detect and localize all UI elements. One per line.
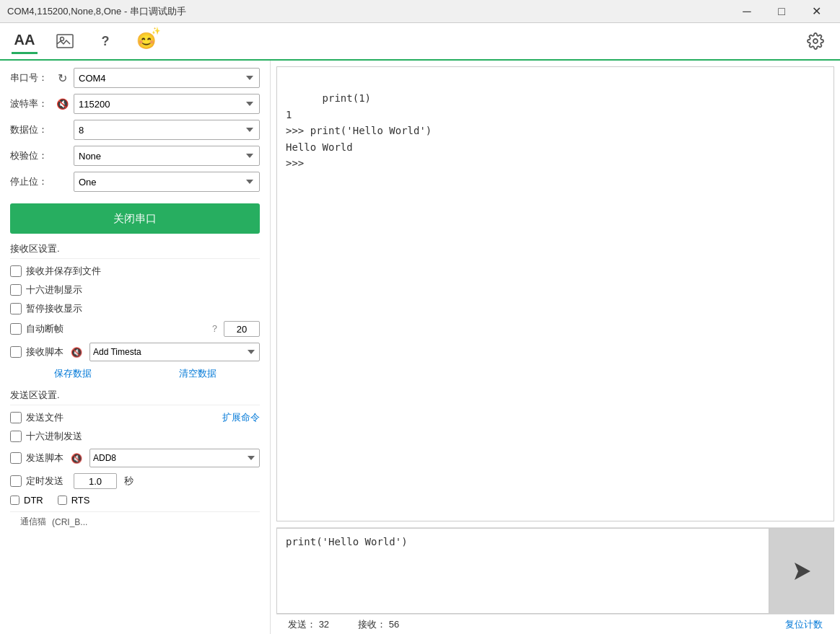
console-output: print(1) 1 >>> print('Hello World') Hell… [276,66,834,521]
svg-point-1 [61,38,64,41]
recv-save-row: 接收并保存到文件 [10,265,260,278]
recv-hex-checkbox[interactable] [10,284,22,296]
send-label: 发送： [288,619,316,630]
baud-row: 波特率： 🔇 115200 9600 19200 38400 57600 [10,94,260,114]
port-select[interactable]: COM4 COM1 COM2 COM3 COM5 [74,68,260,88]
stopbits-select[interactable]: One Two OnePointFive [74,172,260,192]
send-script-label[interactable]: 发送脚本 [26,452,64,465]
databits-label: 数据位： [10,123,53,136]
recv-settings-title: 接收区设置. [10,242,260,259]
recv-script-row: 接收脚本 🔇 Add Timesta None [10,343,260,361]
timer-input[interactable] [74,473,117,489]
svg-rect-0 [57,35,73,48]
send-file-row: 发送文件 扩展命令 [10,411,260,424]
auto-frame-row: 自动断帧 ？ [10,321,260,337]
recv-pause-row: 暂停接收显示 [10,302,260,315]
status-bar: 发送： 32 接收： 56 复位计数 [276,614,834,634]
reset-count-link[interactable]: 复位计数 [785,618,823,631]
help-icon[interactable]: ? [92,28,118,54]
save-data-link[interactable]: 保存数据 [54,367,92,380]
dtr-rts-row: DTR RTS [10,495,260,506]
auto-frame-help[interactable]: ？ [210,322,219,335]
baud-label: 波特率： [10,97,53,110]
send-script-checkbox[interactable] [10,452,22,464]
timer-unit-label: 秒 [124,475,134,488]
recv-count-label: 接收： 56 [358,618,399,631]
databits-row: 数据位： 8 5 6 7 [10,120,260,140]
image-icon[interactable] [52,28,78,54]
console-text: print(1) 1 >>> print('Hello World') Hell… [286,92,432,169]
rts-label[interactable]: RTS [71,495,90,506]
recv-save-checkbox[interactable] [10,265,22,277]
recv-script-mute-icon: 🔇 [71,347,82,358]
data-actions: 保存数据 清空数据 [10,367,260,380]
recv-script-checkbox[interactable] [10,346,22,358]
recv-hex-label[interactable]: 十六进制显示 [26,283,82,296]
baud-select[interactable]: 115200 9600 19200 38400 57600 [74,94,260,114]
clear-data-link[interactable]: 清空数据 [179,367,216,380]
recv-pause-checkbox[interactable] [10,303,22,314]
close-button[interactable]: ✕ [800,0,833,23]
send-textarea[interactable]: print('Hello World') [276,528,769,614]
mute-icon[interactable]: 🔇 [53,95,71,113]
parity-label: 校验位： [10,149,53,162]
rts-checkbox[interactable] [58,496,67,505]
send-settings-title: 发送区设置. [10,389,260,405]
send-button[interactable] [769,528,834,614]
bottom-hint-text2: (CRI_B... [52,517,87,527]
expand-cmd-link[interactable]: 扩展命令 [222,411,260,424]
recv-pause-label[interactable]: 暂停接收显示 [26,302,82,315]
send-file-checkbox[interactable] [10,412,22,423]
send-script-row: 发送脚本 🔇 ADD8 None [10,449,260,467]
maximize-button[interactable]: □ [765,0,798,23]
bottom-hint-row: 通信猫 (CRI_B... [10,511,260,532]
recv-script-select[interactable]: Add Timesta None [89,343,260,361]
auto-frame-input[interactable] [224,321,260,337]
bottom-hint-text: 通信猫 [20,516,46,528]
auto-frame-checkbox[interactable] [10,323,22,335]
dtr-checkbox[interactable] [10,496,19,505]
timer-send-checkbox[interactable] [10,475,22,487]
dtr-label[interactable]: DTR [24,495,43,506]
close-serial-button[interactable]: 关闭串口 [10,203,260,234]
font-icon[interactable]: AA [12,28,38,54]
timer-send-label[interactable]: 定时发送 [26,475,64,488]
recv-hex-row: 十六进制显示 [10,283,260,296]
send-area: print('Hello World') [276,527,834,614]
port-label: 串口号： [10,71,53,84]
right-panel: print(1) 1 >>> print('Hello World') Hell… [271,61,840,634]
send-file-label[interactable]: 发送文件 [26,411,64,424]
auto-frame-label[interactable]: 自动断帧 [26,322,64,335]
databits-select[interactable]: 8 5 6 7 [74,120,260,140]
refresh-icon[interactable]: ↻ [53,69,71,87]
recv-save-label[interactable]: 接收并保存到文件 [26,265,101,278]
parity-row: 校验位： None Odd Even Mark Space [10,146,260,166]
stopbits-row: 停止位： One Two OnePointFive [10,172,260,192]
send-hex-row: 十六进制发送 [10,430,260,443]
recv-script-label[interactable]: 接收脚本 [26,345,64,358]
port-row: 串口号： ↻ COM4 COM1 COM2 COM3 COM5 [10,68,260,88]
titlebar: COM4,115200,None,8,One - 串口调试助手 ─ □ ✕ [0,0,840,23]
window-controls: ─ □ ✕ [730,0,833,23]
send-hex-checkbox[interactable] [10,431,22,442]
left-panel: 串口号： ↻ COM4 COM1 COM2 COM3 COM5 波特率： 🔇 1… [0,61,271,634]
emoji-icon[interactable]: 😊 ✨ [133,28,159,54]
main-container: 串口号： ↻ COM4 COM1 COM2 COM3 COM5 波特率： 🔇 1… [0,61,840,634]
timer-send-row: 定时发送 秒 [10,473,260,489]
toolbar: AA ? 😊 ✨ [0,23,840,61]
send-script-select[interactable]: ADD8 None [89,449,260,467]
settings-icon[interactable] [802,28,828,54]
stopbits-label: 停止位： [10,175,53,188]
send-hex-label[interactable]: 十六进制发送 [26,430,82,443]
minimize-button[interactable]: ─ [730,0,764,23]
send-script-mute-icon: 🔇 [71,453,82,464]
send-count-label: 发送： 32 [288,618,329,631]
send-count: 32 [319,619,329,630]
recv-label: 接收： [358,619,386,630]
recv-count: 56 [389,619,399,630]
parity-select[interactable]: None Odd Even Mark Space [74,146,260,166]
svg-marker-2 [795,563,810,580]
window-title: COM4,115200,None,8,One - 串口调试助手 [7,5,730,18]
